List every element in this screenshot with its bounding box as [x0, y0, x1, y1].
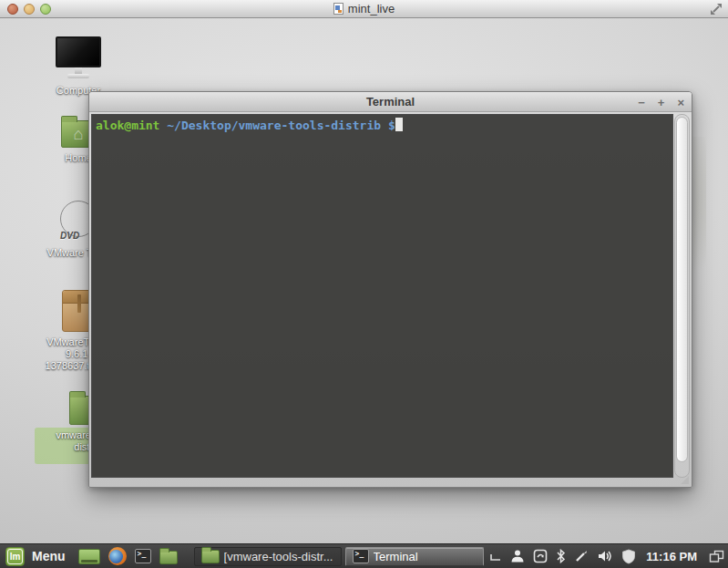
menu-button[interactable]: lm Menu — [4, 545, 71, 568]
bottom-panel: lm Menu >_ [vmware-tools-distr... >_ Ter… — [0, 543, 728, 568]
terminal-cursor — [395, 118, 403, 131]
terminal-launcher-icon[interactable]: >_ — [135, 549, 151, 563]
tray-bluetooth-icon[interactable] — [556, 549, 566, 563]
maximize-button[interactable]: + — [658, 97, 665, 108]
tray-bracket-icon[interactable] — [488, 550, 502, 563]
vm-window-title: mint_live — [348, 2, 395, 15]
folder-icon — [201, 550, 220, 563]
system-tray: 11:16 PM — [488, 549, 724, 564]
terminal-icon: >_ — [353, 549, 369, 563]
desktop-icon-computer[interactable]: Computer — [35, 36, 122, 97]
window-list: [vmware-tools-distr... >_ Terminal — [194, 547, 484, 566]
mac-close-button[interactable] — [7, 4, 18, 15]
terminal-scrollbar[interactable] — [674, 114, 690, 478]
taskbar-item-file-manager[interactable]: [vmware-tools-distr... — [194, 547, 342, 566]
mac-minimize-button[interactable] — [24, 4, 35, 15]
terminal-titlebar[interactable]: Terminal − + × — [89, 92, 692, 112]
window-buttons: − + × — [638, 92, 684, 112]
vm-document-icon — [333, 3, 343, 15]
tray-volume-icon[interactable] — [597, 549, 613, 563]
prompt-path: ~/Desktop/vmware-tools-distrib $ — [159, 119, 395, 132]
resize-grip[interactable] — [681, 476, 689, 484]
minimize-button[interactable]: − — [638, 97, 645, 108]
fullscreen-icon[interactable] — [710, 3, 723, 19]
terminal-prompt-line: alok@mint ~/Desktop/vmware-tools-distrib… — [92, 115, 672, 132]
prompt-user-host: alok@mint — [96, 119, 159, 132]
menu-label: Menu — [32, 549, 66, 563]
tray-pen-icon[interactable] — [574, 549, 589, 563]
close-button[interactable]: × — [677, 97, 684, 108]
panel-launchers: >_ — [78, 547, 178, 565]
show-desktop-icon[interactable] — [78, 549, 100, 564]
terminal-window: Terminal − + × alok@mint ~/Desktop/vmwar… — [88, 91, 692, 488]
terminal-body: alok@mint ~/Desktop/vmware-tools-distrib… — [89, 112, 692, 480]
terminal-title: Terminal — [366, 95, 415, 108]
file-manager-icon[interactable] — [159, 551, 178, 564]
vm-title-group: mint_live — [333, 2, 395, 15]
tray-user-icon[interactable] — [510, 549, 525, 563]
window-selector-icon[interactable] — [709, 550, 724, 563]
terminal-screen[interactable]: alok@mint ~/Desktop/vmware-tools-distrib… — [91, 114, 673, 478]
panel-clock[interactable]: 11:16 PM — [646, 550, 697, 563]
mac-zoom-button[interactable] — [40, 4, 51, 15]
firefox-icon[interactable] — [108, 547, 127, 565]
taskbar-item-terminal[interactable]: >_ Terminal — [345, 547, 484, 566]
tray-shield-icon[interactable] — [621, 549, 636, 564]
tray-square-app-icon[interactable] — [533, 549, 548, 563]
vmware-window-titlebar: mint_live — [0, 0, 728, 18]
mint-menu-icon: lm — [5, 547, 25, 566]
computer-icon — [55, 36, 102, 80]
desktop: linuxmint Computer ⌂ Home DVD VMware Too… — [0, 18, 728, 543]
scrollbar-thumb[interactable] — [676, 117, 688, 462]
